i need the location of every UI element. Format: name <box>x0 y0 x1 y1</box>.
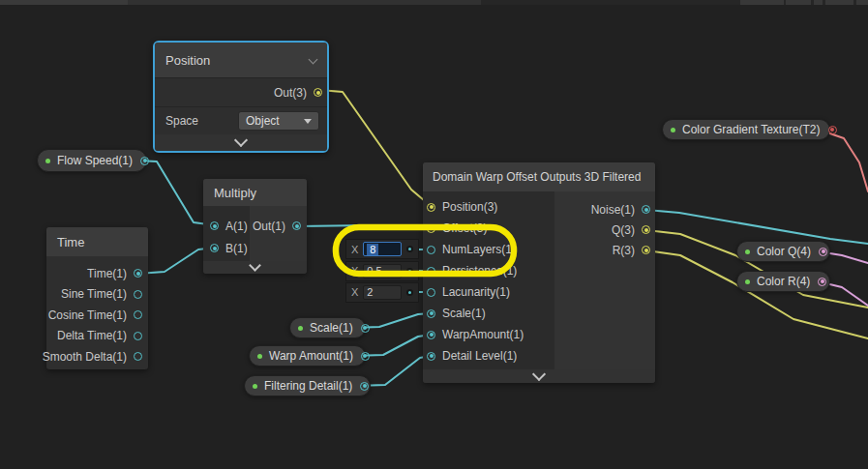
lacunarity-value-input[interactable]: 2 <box>363 285 402 300</box>
field-x-label: X <box>351 286 358 298</box>
exposed-property-dot <box>745 249 750 254</box>
dw-output-label: Noise(1) <box>591 203 635 217</box>
field-x-label: X <box>351 265 358 277</box>
cosine-time-out-port[interactable] <box>134 310 142 319</box>
position-out-label: Out(3) <box>274 86 307 100</box>
field-connector-dot <box>406 268 413 275</box>
property-label: Filtering Detail(1) <box>264 379 352 393</box>
window-top-strip <box>0 0 868 5</box>
numlayers-value-input[interactable]: 8 <box>363 242 402 256</box>
dw-noise-out-port[interactable] <box>642 205 650 214</box>
domain-warp-collapse-button[interactable] <box>423 369 655 383</box>
time-output-label: Sine Time(1) <box>61 287 127 301</box>
multiply-out-port[interactable] <box>292 221 301 230</box>
dw-r-out-port[interactable] <box>642 246 650 254</box>
field-x-label: X <box>351 244 358 255</box>
color-gradient-texture-output-port[interactable] <box>828 126 837 134</box>
dw-input-label: NumLayers(1) <box>442 243 516 256</box>
time-out-port[interactable] <box>134 269 142 278</box>
chevron-down-icon[interactable] <box>309 54 318 64</box>
dw-offset-input-port[interactable] <box>427 224 435 233</box>
exposed-property-dot <box>298 326 303 331</box>
position-out-row: Out(3) <box>155 77 327 106</box>
multiply-collapse-button[interactable] <box>203 261 307 274</box>
property-label: Warp Amount(1) <box>269 349 353 363</box>
multiply-node[interactable]: Multiply A(1) B(1) Out(1) <box>203 179 307 274</box>
dw-input-label: Persistence(1) <box>442 264 517 278</box>
scale-property-node[interactable]: Scale(1) <box>289 317 366 338</box>
dw-input-label: Detail Level(1) <box>442 349 517 363</box>
persistence-value-input[interactable]: 0.5 <box>363 264 402 278</box>
space-dropdown[interactable]: Object <box>238 111 319 131</box>
color-q-output-port[interactable] <box>819 248 827 256</box>
color-r-output-port[interactable] <box>818 278 826 286</box>
numlayers-field: X 8 <box>345 239 419 259</box>
wire-multiply-to-offset <box>298 225 431 228</box>
position-out-port[interactable] <box>314 88 322 97</box>
time-node-title: Time <box>57 235 84 249</box>
collapse-chevron-icon <box>234 133 248 147</box>
dw-numlayers-input-port[interactable] <box>427 246 435 254</box>
property-label: Color Gradient Texture(T2) <box>682 123 821 136</box>
dw-input-label: Position(3) <box>442 200 497 214</box>
dw-q-out-port[interactable] <box>642 225 650 234</box>
shader-graph-canvas[interactable]: Position Out(3) Space Object Multiply <box>0 0 868 469</box>
position-collapse-button[interactable] <box>155 134 327 151</box>
domain-warp-node[interactable]: Domain Warp Offset Outputs 3D Filtered P… <box>423 162 655 383</box>
property-label: Color R(4) <box>757 275 810 288</box>
multiply-input-a-port[interactable] <box>210 221 219 230</box>
dw-position-input-port[interactable] <box>427 203 435 212</box>
dw-scale-input-port[interactable] <box>427 309 435 318</box>
dw-lacunarity-input-port[interactable] <box>427 288 435 297</box>
filtering-detail-output-port[interactable] <box>360 382 369 391</box>
lacunarity-field: X 2 <box>345 282 419 303</box>
multiply-node-title: Multiply <box>214 186 256 200</box>
space-label: Space <box>165 114 198 128</box>
warp-amount-output-port[interactable] <box>361 352 370 361</box>
dropdown-arrow-icon <box>304 119 312 124</box>
space-dropdown-value: Object <box>246 114 280 128</box>
wire-r-out <box>646 250 868 338</box>
exposed-property-dot <box>45 159 50 163</box>
field-connector-dot <box>406 246 413 252</box>
dw-input-label: Scale(1) <box>442 307 486 320</box>
dw-output-label: Q(3) <box>612 223 635 237</box>
wire-position-to-domainwarp <box>319 90 431 206</box>
multiply-out-label: Out(1) <box>253 220 285 233</box>
dw-detaillevel-input-port[interactable] <box>427 352 435 361</box>
field-connector-dot <box>406 289 413 296</box>
wire-colorgradient-out <box>819 130 868 191</box>
color-gradient-texture-property-node[interactable]: Color Gradient Texture(T2) <box>662 119 830 140</box>
numlayers-value: 8 <box>367 244 378 255</box>
lacunarity-value: 2 <box>367 286 373 298</box>
multiply-node-header[interactable]: Multiply <box>203 179 307 206</box>
exposed-property-dot <box>671 128 675 132</box>
property-label: Scale(1) <box>310 321 353 335</box>
persistence-field: X 0.5 <box>345 261 419 281</box>
time-node-header[interactable]: Time <box>46 227 148 256</box>
flow-speed-property-node[interactable]: Flow Speed(1) <box>37 149 147 172</box>
warp-amount-property-node[interactable]: Warp Amount(1) <box>249 345 366 366</box>
collapse-chevron-icon <box>249 259 261 272</box>
multiply-input-b-label: B(1) <box>225 242 248 255</box>
dw-output-label: R(3) <box>613 244 635 257</box>
exposed-property-dot <box>253 384 257 389</box>
filtering-detail-property-node[interactable]: Filtering Detail(1) <box>244 375 371 396</box>
flow-speed-output-port[interactable] <box>140 157 149 165</box>
property-label: Color Q(4) <box>757 245 811 258</box>
dw-input-label: WarpAmount(1) <box>442 328 524 341</box>
scale-output-port[interactable] <box>361 324 370 333</box>
color-q-property-node[interactable]: Color Q(4) <box>736 241 830 262</box>
delta-time-out-port[interactable] <box>134 332 142 340</box>
domain-warp-node-header[interactable]: Domain Warp Offset Outputs 3D Filtered <box>423 162 655 191</box>
position-node-header[interactable]: Position <box>155 43 327 77</box>
dw-warpamount-input-port[interactable] <box>427 331 435 339</box>
smooth-delta-out-port[interactable] <box>134 352 142 361</box>
multiply-input-b-port[interactable] <box>210 244 219 252</box>
time-node[interactable]: Time Time(1) Sine Time(1) Cosine Time(1)… <box>46 227 148 369</box>
sine-time-out-port[interactable] <box>134 290 142 299</box>
position-node[interactable]: Position Out(3) Space Object <box>153 41 329 153</box>
dw-persistence-input-port[interactable] <box>427 267 435 276</box>
collapse-chevron-icon <box>532 366 546 380</box>
color-r-property-node[interactable]: Color R(4) <box>736 271 830 292</box>
